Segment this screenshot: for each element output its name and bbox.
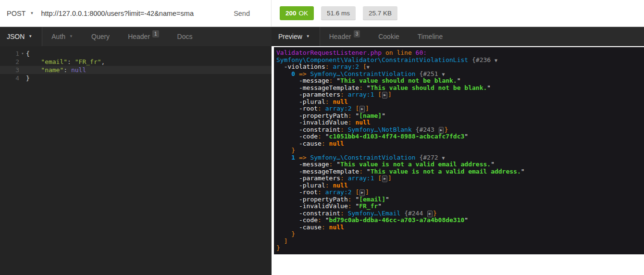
code-token: [ xyxy=(363,63,367,70)
collapse-toggle-icon[interactable]: ▼ xyxy=(442,155,445,161)
code-token: [name] xyxy=(359,112,382,119)
code-token: -message xyxy=(276,77,329,84)
code-token: : xyxy=(340,126,348,133)
editor-line[interactable]: 2 "email": "FR_fr", xyxy=(0,58,272,66)
tab-label: Cookie xyxy=(378,33,399,40)
code-token: null xyxy=(355,119,370,126)
chevron-down-icon: ▼ xyxy=(69,35,73,38)
editor-line[interactable]: 4} xyxy=(0,74,272,82)
code-token: Symfony…\ConstraintViolation xyxy=(310,154,415,161)
request-body-editor[interactable]: 1▾{2 "email": "FR_fr",3 "name": null4} xyxy=(0,46,272,275)
tab-header-request[interactable]: Header 1 xyxy=(119,27,168,46)
tab-timeline[interactable]: Timeline xyxy=(409,27,452,46)
code-token xyxy=(276,70,291,77)
send-button[interactable]: Send xyxy=(234,10,250,17)
expand-toggle-icon[interactable]: ▶ xyxy=(382,92,387,99)
code-token: array:1 xyxy=(348,91,374,98)
collapse-toggle-icon[interactable]: ▼ xyxy=(367,64,370,70)
response-time-badge: 51.6 ms xyxy=(321,6,356,20)
code-token: " xyxy=(336,161,340,168)
code-token: FR_fr xyxy=(359,202,378,210)
fold-gutter-spacer xyxy=(19,66,26,74)
code-token: : xyxy=(340,175,348,182)
dump-line: -plural: null xyxy=(276,182,642,189)
dump-line: 1 => Symfony…\ConstraintViolation {#272 … xyxy=(276,154,642,162)
code-token: This value should not be blank. xyxy=(371,84,487,91)
fold-gutter-spacer xyxy=(19,74,26,82)
code-token: 60: xyxy=(416,49,427,56)
code-token: 1 xyxy=(291,154,295,161)
code-token: => xyxy=(295,70,310,77)
dump-line: -messageTemplate: "This value should not… xyxy=(276,85,642,92)
code-token xyxy=(26,66,41,74)
editor-code: "email": "FR_fr", xyxy=(26,58,272,66)
code-token: Symfony…\Email xyxy=(348,210,401,217)
code-token: ] xyxy=(365,188,369,196)
tab-label: Auth xyxy=(51,33,65,40)
code-token: array:2 xyxy=(333,63,359,70)
editor-line[interactable]: 1▾{ xyxy=(0,50,272,58)
body-type-dropdown[interactable]: JSON ▼ xyxy=(0,27,42,46)
code-token xyxy=(434,126,438,133)
dump-line: -message: "This value is not a valid ema… xyxy=(276,161,642,168)
line-number: 3 xyxy=(0,66,19,74)
method-dropdown[interactable]: POST ▼ xyxy=(0,10,34,17)
editor-code: { xyxy=(26,50,272,58)
code-token: : xyxy=(329,77,337,84)
code-token: -propertyPath xyxy=(276,112,348,119)
dump-line: -code: "c1051bb4-d103-4f74-8988-acbcafc7… xyxy=(276,133,642,140)
code-token: Symfony…\ConstraintViolation xyxy=(310,70,415,77)
code-token: null xyxy=(333,182,347,189)
dump-line: } xyxy=(276,231,642,238)
tab-label: Docs xyxy=(177,33,193,40)
code-token: " xyxy=(521,168,525,175)
collapse-toggle-icon[interactable]: ▼ xyxy=(495,58,497,63)
collapse-toggle-icon[interactable]: ▼ xyxy=(442,72,445,77)
dump-line: -invalidValue: null xyxy=(276,119,642,126)
preview-mode-dropdown[interactable]: Preview ▼ xyxy=(272,27,320,46)
dump-line: -messageTemplate: "This value is not a v… xyxy=(276,168,642,175)
code-token: " xyxy=(385,196,389,203)
code-token: } xyxy=(276,230,295,238)
code-token: } xyxy=(433,210,437,217)
fold-caret-icon[interactable]: ▾ xyxy=(19,50,26,58)
code-token: => xyxy=(295,154,310,161)
editor-line[interactable]: 3 "name": null xyxy=(0,66,272,74)
code-token: [ xyxy=(378,175,382,182)
code-token: [ xyxy=(378,91,382,98)
tab-query[interactable]: Query xyxy=(82,27,119,46)
code-token: " xyxy=(378,202,382,210)
tab-header-response[interactable]: Header 3 xyxy=(320,27,369,46)
expand-toggle-icon[interactable]: ▶ xyxy=(382,175,387,182)
code-token: : xyxy=(348,119,356,126)
request-tabs: JSON ▼ Auth ▼ Query Header 1 Docs xyxy=(0,27,272,46)
code-token: -violations xyxy=(276,63,325,70)
code-token: -plural xyxy=(276,182,325,189)
url-input[interactable]: http://127.0.0.1:8000/users?limit=-42&na… xyxy=(41,10,234,17)
code-token: " xyxy=(464,133,468,140)
code-token: on line xyxy=(382,49,415,56)
code-token: {#243 xyxy=(416,126,434,133)
line-number: 2 xyxy=(0,58,19,66)
dump-line: -cause: null xyxy=(276,140,642,148)
tab-label: Timeline xyxy=(418,33,443,40)
code-token: " xyxy=(382,112,385,119)
code-token: : xyxy=(340,91,348,98)
code-token: {#236 xyxy=(472,56,491,63)
code-token xyxy=(400,210,404,217)
tab-cookie[interactable]: Cookie xyxy=(369,27,409,46)
code-token: -parameters xyxy=(276,175,340,182)
code-token: -invalidValue xyxy=(276,202,348,210)
fold-gutter-spacer xyxy=(19,58,26,66)
code-token: -constraint xyxy=(276,210,340,217)
response-tabs: Preview ▼ Header 3 Cookie Timeline xyxy=(272,27,644,46)
code-token: " xyxy=(325,216,329,224)
code-token: array:2 xyxy=(325,188,352,196)
code-token: : xyxy=(322,224,329,231)
code-token xyxy=(359,63,363,70)
code-token: [email] xyxy=(359,196,385,203)
tab-docs[interactable]: Docs xyxy=(168,27,202,46)
tab-auth[interactable]: Auth ▼ xyxy=(42,27,82,46)
dump-line: -invalidValue: "FR_fr" xyxy=(276,203,642,210)
body-type-label: JSON xyxy=(7,33,25,40)
